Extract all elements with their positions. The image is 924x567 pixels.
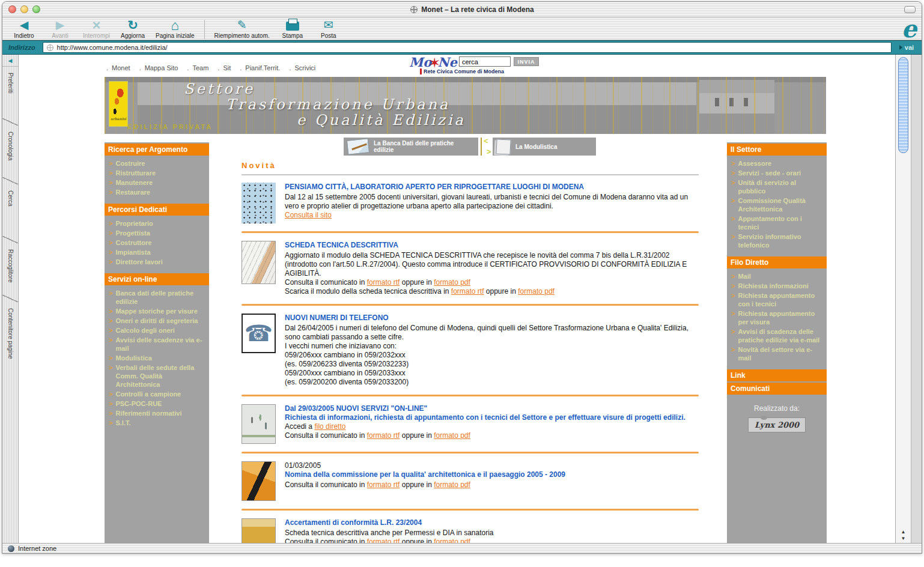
go-label: vai	[905, 44, 914, 51]
right-menu-item-avvisi-scadenza[interactable]: >Avvisi di scadenza delle pratiche edili…	[727, 327, 827, 345]
left-menu-item-progettista[interactable]: >Progettista	[105, 228, 209, 238]
arrow-marker-icon: >	[109, 258, 112, 266]
left-menu-item-oneri[interactable]: >Oneri e diritti di segreteria	[105, 316, 209, 326]
go-button[interactable]: vai	[892, 41, 922, 54]
lynx-2000-logo[interactable]: Lynx 2000	[748, 417, 806, 432]
tab-contenitore-pagine[interactable]: Contenitore pagine	[2, 302, 18, 373]
formato-pdf-link[interactable]: formato pdf	[518, 287, 555, 296]
left-menu-item-verbali[interactable]: >Verbali delle sedute della Comm. Qualit…	[105, 363, 209, 389]
formato-rtf-link[interactable]: formato rtf	[451, 287, 484, 296]
left-menu-item-restaurare[interactable]: >Restaurare	[105, 187, 209, 197]
left-menu-item-psc-poc-rue[interactable]: >PSC-POC-RUE	[105, 399, 209, 408]
left-menu-item-costruire[interactable]: >Costruire	[105, 159, 209, 168]
left-menu-item-modulistica[interactable]: >Modulistica	[105, 353, 209, 363]
home-button[interactable]: ⌂ Pagina iniziale	[156, 19, 195, 39]
vertical-scrollbar[interactable]: ▲ ▼	[895, 55, 911, 543]
news-item: PENSIAMO CITTÀ, LABORATORIO APERTO PER R…	[242, 183, 699, 223]
formato-pdf-link[interactable]: formato pdf	[434, 431, 470, 440]
line-text: oppure in	[402, 431, 432, 440]
credits-label: Realizzato da:	[727, 404, 827, 413]
left-menu-item-avvisi-scadenze[interactable]: >Avvisi delle scadenze via e-mail	[105, 335, 209, 353]
arrow-marker-icon: >	[731, 291, 735, 308]
consulta-sito-link[interactable]: Consulta il sito	[285, 211, 332, 219]
arrow-marker-icon: >	[731, 232, 735, 249]
search-submit-button[interactable]: INVIA	[514, 57, 539, 66]
search-input[interactable]	[459, 56, 511, 67]
news-title[interactable]: Dal 29/03/2005 NUOVI SERVIZI "ON-LINE"	[285, 404, 699, 413]
formato-rtf-link[interactable]: formato rtf	[367, 481, 400, 489]
close-button[interactable]	[8, 5, 16, 13]
zoom-button[interactable]	[32, 5, 40, 13]
formato-rtf-link[interactable]: formato rtf	[367, 278, 400, 287]
right-menu-item-richiesta-app-visura[interactable]: >Richiesta appuntamento per visura	[727, 309, 827, 327]
print-icon	[286, 22, 299, 31]
nav-label: Mappa Sito	[145, 64, 178, 71]
sidebar-collapse-icon[interactable]: ◀	[2, 55, 18, 67]
right-menu-item-unita-servizio[interactable]: >Unità di servizio al pubblico	[727, 178, 827, 196]
right-menu-item-assessore[interactable]: >Assessore	[727, 159, 827, 168]
mail-button[interactable]: ✉ Posta	[315, 19, 342, 39]
tab-raccoglitore[interactable]: Raccoglitore	[2, 243, 18, 295]
nav-team[interactable]: .Team	[187, 64, 208, 71]
menu-header-comunicati[interactable]: Comunicati	[727, 383, 827, 395]
formato-pdf-link[interactable]: formato pdf	[434, 481, 470, 489]
modulistica-button[interactable]: La Modulistica	[493, 138, 596, 156]
nav-pianif-territ[interactable]: .Pianif.Territ.	[240, 64, 280, 71]
right-menu-item-appuntamento[interactable]: >Appuntamento con i tecnici	[727, 214, 827, 232]
left-menu-item-riferimenti[interactable]: >Riferimenti normativi	[105, 408, 209, 418]
formato-pdf-link[interactable]: formato pdf	[434, 538, 470, 543]
left-menu-item-mappe-storiche[interactable]: >Mappe storiche per visure	[105, 306, 209, 316]
news-title[interactable]: SCHEDA TECNICA DESCRITTIVA	[285, 241, 699, 250]
orange-separator	[242, 509, 699, 511]
news-title[interactable]: Nomina della commissione per la qualita'…	[285, 470, 699, 479]
scroll-up-icon[interactable]: ▲	[901, 529, 906, 535]
print-button[interactable]: Stampa	[279, 19, 306, 39]
right-menu-item-richiesta-info[interactable]: >Richiesta informazioni	[727, 281, 827, 291]
right-menu-item-richiesta-app-tecnici[interactable]: >Richiesta appuntamento con i tecnici	[727, 291, 827, 309]
nav-sit[interactable]: .Sit	[217, 64, 231, 71]
window-shade-button[interactable]	[904, 6, 916, 13]
refresh-button[interactable]: ↻ Aggiorna	[120, 19, 146, 39]
right-menu-item-commissione[interactable]: >Commissione Qualità Architettonica	[727, 196, 827, 214]
left-menu-item-impiantista[interactable]: >Impiantista	[105, 247, 209, 257]
tab-cerca[interactable]: Cerca	[2, 184, 18, 236]
nav-monet[interactable]: .Monet	[106, 64, 130, 71]
nav-mappa-sito[interactable]: .Mappa Sito	[139, 64, 178, 71]
left-menu-item-controlli[interactable]: >Controlli a campione	[105, 389, 209, 399]
left-menu-item-proprietario[interactable]: >Proprietario	[105, 219, 209, 228]
right-menu-item-servizio-telefonico[interactable]: >Servizio informativo telefonico	[727, 232, 827, 250]
address-input[interactable]: http://www.comune.modena.it/edilizia/	[43, 42, 892, 53]
left-menu-item-sit[interactable]: >S.I.T.	[105, 418, 209, 428]
left-menu-item-ristrutturare[interactable]: >Ristrutturare	[105, 168, 209, 178]
left-menu-item-direttore-lavori[interactable]: >Direttore lavori	[105, 257, 209, 267]
orange-separator	[242, 452, 699, 453]
formato-rtf-link[interactable]: formato rtf	[367, 538, 400, 543]
formato-pdf-link[interactable]: formato pdf	[434, 278, 470, 287]
left-menu-item-costruttore[interactable]: >Costruttore	[105, 238, 209, 247]
news-body: Scheda tecnica descrittiva anche per Per…	[285, 529, 699, 538]
formato-rtf-link[interactable]: formato rtf	[367, 431, 400, 440]
nav-dot: .	[217, 64, 219, 71]
back-button[interactable]: ◀ Indietro	[11, 19, 37, 39]
left-menu-item-banca-dati[interactable]: >Banca dati delle pratiche edilizie	[105, 288, 209, 306]
banca-dati-button[interactable]: La Banca Dati delle pratiche edilizie	[344, 138, 478, 156]
left-menu-item-calcolo-oneri[interactable]: >Calcolo degli oneri	[105, 326, 209, 335]
right-menu-item-novita-email[interactable]: >Novità del settore via e-mail	[727, 345, 827, 363]
news-title[interactable]: Accertamenti di conformità L.R. 23/2004	[285, 518, 699, 527]
nav-scrivici[interactable]: .Scrivici	[289, 64, 315, 71]
filo-diretto-link[interactable]: filo diretto	[314, 422, 345, 431]
monet-logo-subtitle: Rete Civica Comune di Modena	[420, 68, 504, 74]
right-menu-item-servizi-sede-orari[interactable]: >Servizi - sede - orari	[727, 168, 827, 178]
right-menu-item-mail[interactable]: >Mail	[727, 271, 827, 281]
tab-preferiti[interactable]: Preferiti	[2, 67, 18, 118]
left-menu-item-manutenere[interactable]: >Manutenere	[105, 178, 209, 187]
tab-cronologia[interactable]: Cronologia	[2, 126, 18, 177]
scrollbar-thumb[interactable]	[898, 57, 908, 153]
autofill-button[interactable]: ✎ Riempimento autom.	[214, 19, 270, 39]
menu-header-link[interactable]: Link	[727, 369, 827, 381]
news-title[interactable]: NUOVI NUMERI DI TELEFONO	[285, 314, 699, 323]
menu-header: Il Settore	[727, 144, 827, 156]
scroll-down-icon[interactable]: ▼	[901, 536, 906, 541]
minimize-button[interactable]	[20, 5, 28, 13]
news-title[interactable]: PENSIAMO CITTÀ, LABORATORIO APERTO PER R…	[285, 183, 699, 192]
